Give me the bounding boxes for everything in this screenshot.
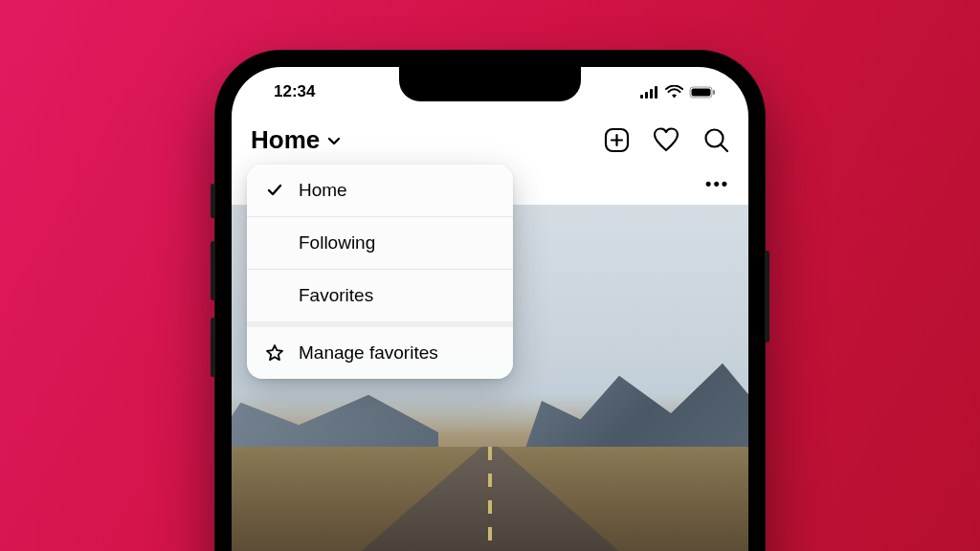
iphone-mockup: 12:34 Home (214, 50, 766, 551)
side-button (211, 318, 215, 377)
promo-background: 12:34 Home (0, 0, 980, 551)
status-time: 12:34 (274, 82, 315, 101)
battery-icon (689, 86, 716, 99)
svg-rect-6 (713, 90, 715, 95)
star-icon (264, 343, 285, 363)
svg-rect-2 (650, 89, 653, 99)
menu-item-following[interactable]: Following (247, 217, 513, 269)
menu-item-label: Manage favorites (299, 342, 438, 364)
menu-item-label: Home (299, 180, 347, 201)
side-button (765, 251, 769, 342)
notch (399, 67, 581, 101)
checkmark-icon (264, 182, 285, 199)
menu-item-home[interactable]: Home (247, 165, 513, 216)
side-button (211, 241, 215, 300)
menu-item-manage-favorites[interactable]: Manage favorites (247, 327, 513, 379)
wifi-icon (665, 85, 683, 99)
svg-rect-0 (640, 95, 643, 99)
menu-item-favorites[interactable]: Favorites (247, 270, 513, 321)
svg-rect-5 (692, 88, 711, 96)
menu-item-label: Favorites (299, 285, 373, 306)
svg-rect-3 (655, 86, 657, 99)
cellular-icon (640, 86, 659, 99)
phone-screen: 12:34 Home (232, 67, 748, 551)
svg-rect-1 (645, 92, 648, 99)
feed-selector-menu: Home Following Favorites (247, 165, 513, 379)
chevron-down-icon (327, 125, 341, 155)
menu-item-label: Following (299, 232, 375, 253)
create-post-button[interactable] (603, 126, 630, 153)
search-button[interactable] (702, 126, 729, 153)
side-button (211, 184, 215, 218)
post-more-button[interactable]: ••• (705, 174, 729, 194)
activity-button[interactable] (653, 126, 679, 153)
feed-selector-button[interactable]: Home (251, 125, 341, 155)
nav-title-label: Home (251, 125, 320, 155)
svg-line-11 (721, 144, 727, 151)
app-nav-bar: Home (232, 117, 748, 163)
